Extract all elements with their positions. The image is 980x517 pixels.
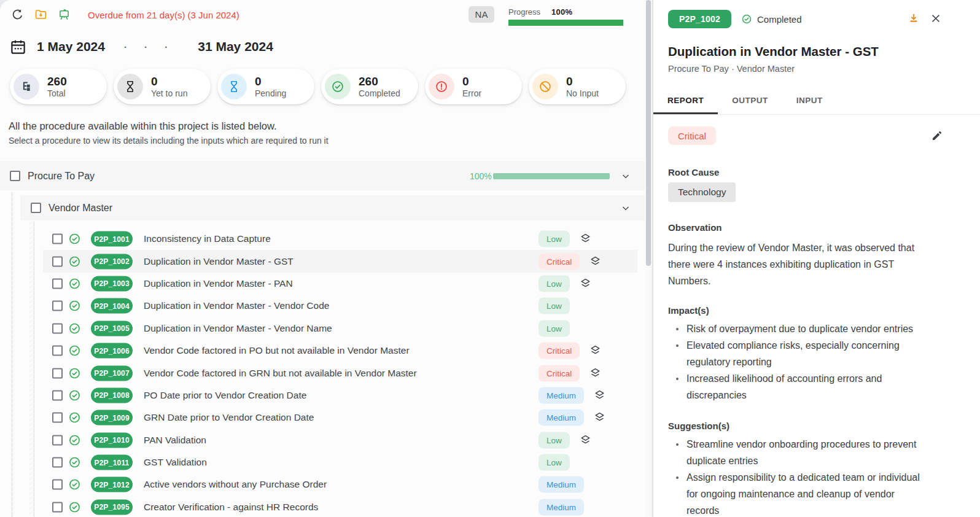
tab-input[interactable]: INPUT — [782, 90, 837, 114]
procedure-id-badge: P2P_1004 — [91, 298, 133, 314]
procedure-row[interactable]: P2P_1003 Duplication in Vendor Master - … — [0, 273, 645, 295]
subsection-vendor-master[interactable]: Vendor Master — [20, 195, 645, 220]
procedure-title[interactable]: PO Date prior to Vendor Creation Date — [144, 390, 306, 401]
completed-icon — [68, 322, 81, 335]
row-checkbox[interactable] — [52, 346, 63, 356]
layers-icon[interactable] — [593, 411, 606, 424]
chevron-down-icon[interactable] — [620, 171, 631, 182]
procedure-row[interactable]: P2P_1008 PO Date prior to Vendor Creatio… — [0, 384, 645, 406]
bullet-item: Elevated compliance risks, especially co… — [668, 337, 930, 370]
procedure-row[interactable]: P2P_1007 Vendor Code factored in GRN but… — [0, 362, 645, 384]
description-line1: All the procedure available within this … — [9, 120, 645, 132]
root-cause-chip: Technology — [668, 182, 736, 202]
row-checkbox[interactable] — [52, 323, 63, 333]
layers-icon[interactable] — [589, 344, 602, 357]
procedure-title[interactable]: Duplication in Vendor Master - PAN — [144, 278, 293, 289]
procedure-row[interactable]: P2P_1010 PAN Validation Low — [0, 429, 645, 451]
row-checkbox[interactable] — [52, 457, 63, 468]
row-checkbox[interactable] — [52, 413, 63, 423]
row-checkbox[interactable] — [52, 256, 63, 266]
section-checkbox[interactable] — [10, 171, 20, 181]
procedure-row[interactable]: P2P_1011 GST Validation Low — [0, 451, 645, 473]
procedure-row[interactable]: P2P_1005 Duplication in Vendor Master - … — [0, 317, 645, 340]
na-badge: NA — [469, 6, 494, 23]
calendar-icon[interactable] — [10, 39, 26, 55]
scrollbar[interactable] — [645, 0, 652, 517]
procedure-title[interactable]: Inconsistency in Data Capture — [144, 233, 271, 244]
layers-icon[interactable] — [579, 433, 592, 446]
procedure-title[interactable]: Vendor Code factored in GRN but not avai… — [144, 368, 417, 379]
procedure-id-badge: P2P_1009 — [91, 410, 133, 426]
row-checkbox[interactable] — [52, 234, 63, 244]
tab-output[interactable]: OUTPUT — [718, 90, 782, 114]
procedure-title[interactable]: GST Validation — [144, 457, 207, 468]
impacts-list: Risk of overpayment due to duplicate ven… — [668, 321, 930, 403]
procedure-row[interactable]: P2P_1004 Duplication in Vendor Master - … — [0, 295, 645, 317]
severity-pill: Low — [539, 432, 570, 448]
procedure-row[interactable]: P2P_1009 GRN Date prior to Vendor Creati… — [0, 406, 645, 429]
scrollbar-thumb[interactable] — [646, 0, 651, 266]
procedure-row[interactable]: P2P_1006 Vendor Code factored in PO but … — [0, 340, 645, 362]
row-checkbox[interactable] — [52, 278, 63, 289]
stat-error: 0Error — [425, 69, 522, 104]
layers-icon[interactable] — [589, 255, 602, 268]
stat-value: 0 — [462, 75, 469, 88]
start-date[interactable]: 1 May 2024 — [37, 39, 105, 54]
procedure-title[interactable]: Vendor Code factored in PO but not avail… — [144, 345, 410, 356]
close-icon[interactable] — [930, 12, 942, 25]
procedure-id-badge: P2P_1003 — [91, 276, 133, 291]
layers-icon[interactable] — [579, 233, 592, 246]
stat-pending: 0Pending — [217, 69, 314, 104]
procedure-row[interactable]: P2P_1095 Creator Verification - against … — [0, 496, 645, 517]
observation-text: During the review of Vendor Master, it w… — [668, 239, 929, 289]
stat-label: Pending — [255, 88, 286, 98]
easel-icon[interactable] — [58, 8, 71, 21]
chevron-down-icon[interactable] — [620, 203, 631, 214]
section-procure-to-pay[interactable]: Procure To Pay 100% — [0, 161, 645, 190]
bullet-item: Assign responsibility to a dedicated tea… — [668, 469, 930, 517]
procedure-title[interactable]: Duplication in Vendor Master - GST — [144, 256, 294, 267]
layers-icon[interactable] — [579, 277, 592, 290]
stat-completed: 260Completed — [321, 69, 418, 104]
check-circle-icon — [331, 80, 344, 93]
layers-icon[interactable] — [589, 367, 602, 379]
procedure-row[interactable]: P2P_1002 Duplication in Vendor Master - … — [0, 250, 645, 272]
procedure-row[interactable]: P2P_1001 Inconsistency in Data Capture L… — [0, 228, 645, 250]
row-checkbox[interactable] — [52, 301, 63, 311]
row-checkbox[interactable] — [52, 390, 63, 400]
download-icon[interactable] — [908, 12, 920, 25]
procedure-id-badge: P2P_1007 — [91, 365, 133, 381]
row-checkbox[interactable] — [52, 480, 63, 490]
progress-value: 100% — [551, 7, 572, 17]
procedure-title[interactable]: Duplication in Vendor Master - Vendor Co… — [144, 300, 329, 311]
layers-icon[interactable] — [593, 389, 606, 402]
row-checkbox[interactable] — [52, 368, 63, 378]
procedure-title[interactable]: GRN Date prior to Vendor Creation Date — [144, 412, 314, 423]
completed-icon — [68, 456, 81, 469]
procedure-title[interactable]: Active vendors without any Purchase Orde… — [144, 479, 327, 490]
severity-pill: Critical — [539, 343, 580, 359]
subsection-checkbox[interactable] — [31, 203, 41, 213]
severity-pill: Critical — [539, 365, 580, 381]
procedure-title[interactable]: PAN Validation — [144, 435, 206, 446]
completed-icon — [68, 233, 81, 246]
bullet-item: Risk of overpayment due to duplicate ven… — [668, 321, 930, 337]
stat-label: Total — [47, 88, 66, 98]
toolbar: Overdue from 21 day(s) (3 Jun 2024) NA P… — [0, 0, 645, 29]
section-label[interactable]: Procure To Pay — [28, 171, 95, 182]
folder-download-icon[interactable] — [34, 8, 47, 21]
end-date[interactable]: 31 May 2024 — [198, 39, 273, 54]
progress-label: Progress — [508, 7, 540, 17]
completed-icon — [68, 255, 81, 268]
procedure-id-badge: P2P_1095 — [91, 499, 133, 515]
subsection-label[interactable]: Vendor Master — [49, 203, 112, 214]
stat-label: No Input — [566, 88, 599, 98]
procedure-row[interactable]: P2P_1012 Active vendors without any Purc… — [0, 473, 645, 496]
refresh-icon[interactable] — [11, 8, 24, 21]
procedure-title[interactable]: Duplication in Vendor Master - Vendor Na… — [144, 323, 332, 334]
edit-icon[interactable] — [931, 130, 943, 142]
tab-report[interactable]: REPORT — [653, 90, 718, 114]
procedure-title[interactable]: Creator Verification - against HR Record… — [144, 502, 318, 513]
row-checkbox[interactable] — [52, 435, 63, 445]
row-checkbox[interactable] — [52, 502, 63, 512]
